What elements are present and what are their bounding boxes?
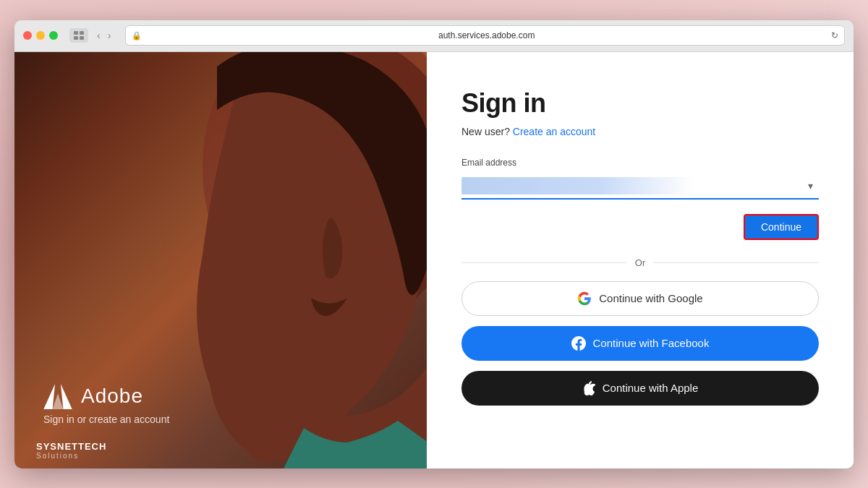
continue-btn-row: Continue☞: [461, 214, 819, 240]
right-panel: Sign in New user? Create an account Emai…: [427, 52, 854, 468]
new-user-text: New user? Create an account: [461, 126, 819, 137]
lock-icon: 🔒: [132, 31, 142, 40]
or-divider: Or: [461, 257, 819, 268]
traffic-lights: [23, 31, 58, 40]
create-account-link[interactable]: Create an account: [513, 126, 595, 137]
facebook-icon: [571, 336, 586, 351]
adobe-tagline: Sign in or create an account: [43, 414, 169, 425]
svg-rect-3: [80, 36, 84, 40]
cursor-icon: ☞: [801, 237, 814, 254]
browser-window: ‹ › 🔒 auth.services.adobe.com ↻: [14, 20, 854, 468]
svg-rect-2: [74, 36, 78, 40]
google-button-label: Continue with Google: [599, 292, 702, 304]
sysnettech-watermark: SYSNETTECH Solutions: [36, 441, 106, 460]
or-text: Or: [635, 257, 645, 268]
browser-content: Adobe Sign in or create an account SYSNE…: [14, 52, 854, 468]
email-label: Email address: [461, 158, 819, 168]
close-button[interactable]: [23, 31, 32, 40]
facebook-button-label: Continue with Facebook: [593, 337, 710, 349]
continue-button[interactable]: Continue☞: [744, 214, 819, 240]
email-input-container: ▾: [461, 172, 819, 200]
back-button[interactable]: ‹: [94, 28, 103, 43]
facebook-signin-button[interactable]: Continue with Facebook: [461, 326, 819, 361]
apple-icon: [582, 381, 595, 395]
face-illustration: [145, 52, 427, 468]
divider-line-left: [461, 262, 626, 263]
adobe-logo-icon: [43, 384, 72, 409]
forward-button[interactable]: ›: [105, 28, 114, 43]
nav-buttons: ‹ ›: [94, 28, 114, 43]
url-text: auth.services.adobe.com: [146, 30, 827, 40]
sysnettech-sub: Solutions: [36, 452, 106, 460]
apple-button-label: Continue with Apple: [603, 382, 699, 394]
window-layout-button[interactable]: [69, 28, 88, 43]
apple-signin-button[interactable]: Continue with Apple: [461, 371, 819, 406]
svg-rect-0: [74, 31, 78, 35]
svg-rect-1: [80, 31, 84, 35]
address-bar[interactable]: 🔒 auth.services.adobe.com ↻: [125, 25, 845, 46]
sign-in-title: Sign in: [461, 88, 819, 119]
browser-titlebar: ‹ › 🔒 auth.services.adobe.com ↻: [14, 20, 854, 52]
sysnettech-brand: SYSNETTECH: [36, 441, 106, 452]
divider-line-right: [654, 262, 819, 263]
google-signin-button[interactable]: Continue with Google: [461, 281, 819, 316]
adobe-branding: Adobe Sign in or create an account: [43, 384, 169, 425]
email-input[interactable]: [461, 172, 819, 200]
adobe-logo-text: Adobe: [81, 385, 143, 408]
maximize-button[interactable]: [49, 31, 58, 40]
google-icon: [577, 291, 592, 306]
minimize-button[interactable]: [36, 31, 45, 40]
refresh-icon[interactable]: ↻: [831, 30, 838, 40]
left-panel: Adobe Sign in or create an account SYSNE…: [14, 52, 427, 468]
